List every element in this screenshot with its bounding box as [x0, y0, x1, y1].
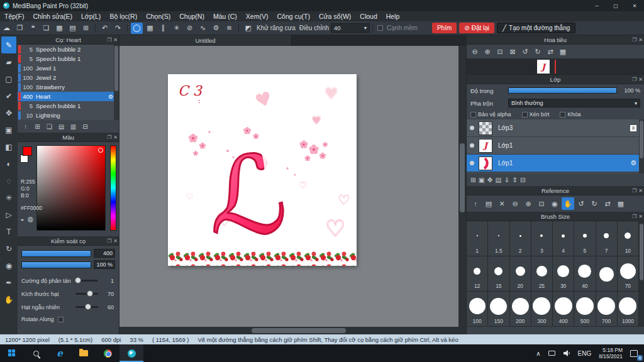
reference-folder-icon[interactable]: ▤ — [482, 197, 495, 210]
canvas-artwork[interactable]: ♥ ♥ ♥ ♡ ♡ ♡ ♡ ♡ — [168, 74, 357, 266]
snap-more-icon[interactable]: ≋ — [223, 23, 235, 34]
brush-folder-icon[interactable]: ▤ — [56, 123, 67, 130]
rotate-cw-icon[interactable]: ↻ — [532, 46, 543, 57]
visibility-icon[interactable] — [470, 126, 474, 130]
brush-item[interactable]: 5 Speech bubble 2 — [18, 45, 119, 54]
snap-curve-icon[interactable]: ∿ — [197, 23, 209, 34]
palette-icon[interactable]: ◍ — [28, 215, 34, 223]
close-icon[interactable]: ✕ — [638, 214, 643, 219]
brush-size-cell[interactable]: 2 — [510, 221, 531, 256]
brush-size-cell[interactable]: 70 — [618, 256, 639, 292]
brush-size-cell[interactable]: 400 — [553, 292, 574, 327]
opacity-slider[interactable] — [508, 87, 617, 94]
brush-size-cell[interactable]: 1 — [467, 221, 488, 256]
vertical-scrollbar[interactable] — [458, 46, 466, 327]
zoom-in-icon[interactable]: ⊕ — [482, 46, 493, 57]
layer-row[interactable]: J Lớp1 — [467, 137, 644, 155]
brush-up-icon[interactable]: ↑ — [20, 123, 31, 130]
move-layer-icon[interactable]: ✥ — [487, 176, 493, 184]
slider-knob[interactable] — [75, 277, 81, 283]
brush-item[interactable]: 10 Lightning — [18, 111, 119, 120]
close-icon[interactable]: ✕ — [638, 188, 643, 194]
snap-radial-icon[interactable]: ✳ — [170, 23, 182, 34]
text-tool[interactable]: T — [1, 223, 16, 240]
close-icon[interactable]: ✕ — [113, 238, 118, 244]
clear-reference-icon[interactable]: ✕ — [496, 197, 508, 210]
popout-icon[interactable]: ❐ — [632, 77, 636, 82]
brush-size-scrollbar[interactable] — [639, 221, 644, 327]
close-button[interactable]: ✕ — [625, 0, 644, 11]
fill-rect-tool[interactable]: ▣ — [1, 121, 16, 138]
cloud-icon[interactable]: ☁ — [1, 23, 13, 34]
random-slider[interactable] — [75, 306, 98, 308]
rotate-cw-icon[interactable]: ↻ — [588, 197, 601, 210]
brush-size-cell[interactable]: 200 — [510, 292, 531, 327]
brush-size-cell[interactable]: 20 — [510, 256, 531, 292]
grid-icon[interactable]: ▦ — [614, 197, 627, 210]
snap-ellipse-icon[interactable]: ⊘ — [184, 23, 196, 34]
flip-horizontal-icon[interactable]: ⇄ — [545, 46, 556, 57]
select-pen-tool[interactable]: ✔ — [1, 87, 16, 104]
scrollbar-thumb[interactable] — [252, 328, 346, 333]
brush-tool[interactable]: ✎ — [1, 36, 16, 53]
layer-folder-icon[interactable]: ▤ — [496, 176, 502, 184]
scrollbar-thumb[interactable] — [114, 46, 118, 91]
bucket-tool[interactable]: ◧ — [1, 138, 16, 155]
close-icon[interactable]: ✕ — [638, 37, 643, 43]
menu-tools[interactable]: Công cụ(T) — [272, 13, 314, 20]
brush-size-cell[interactable]: 5 — [574, 221, 596, 256]
page-icon[interactable]: ❏ — [40, 23, 52, 34]
brush-size-slider[interactable] — [21, 250, 91, 257]
reset-view-icon[interactable]: ▦ — [557, 46, 569, 57]
particle-size-slider[interactable] — [75, 293, 98, 295]
maximize-button[interactable]: ▢ — [606, 0, 625, 11]
merge-down-icon[interactable]: ⇓ — [504, 176, 509, 184]
menu-color[interactable]: Màu (C) — [209, 13, 242, 20]
lock-checkbox[interactable] — [560, 112, 565, 118]
tray-chevron-up[interactable]: ∧ — [532, 344, 544, 362]
tray-display-button[interactable] — [545, 344, 559, 362]
brush-item[interactable]: 100 Jewel 2 — [18, 73, 119, 82]
gear-icon[interactable]: ⚙ — [108, 94, 113, 100]
brush-size-cell[interactable]: 10 — [618, 221, 639, 256]
brush-folder2-icon[interactable]: ▥ — [68, 123, 79, 130]
clipboard-icon[interactable]: ❐ — [14, 23, 26, 34]
taskbar-medibang-button[interactable] — [119, 344, 143, 362]
grid-icon[interactable]: ▦ — [53, 23, 65, 34]
eyedropper-icon[interactable]: ◉ — [548, 197, 561, 210]
navigator-preview[interactable]: J — [467, 58, 644, 75]
menu-layer[interactable]: Lớp(L) — [77, 13, 105, 20]
gear-icon[interactable]: ⚙ — [630, 159, 636, 167]
snap-settings-gear-icon[interactable]: ⚙ — [210, 23, 222, 34]
scrollbar-thumb[interactable] — [460, 143, 465, 212]
magic-wand-tool[interactable]: ✳ — [1, 189, 16, 206]
menu-view[interactable]: Xem(V) — [242, 13, 273, 20]
taskbar-file-explorer-button[interactable] — [72, 344, 96, 362]
rotate-along-checkbox[interactable] — [58, 317, 64, 322]
slider-knob[interactable] — [87, 290, 93, 297]
clipping-checkbox[interactable] — [522, 112, 528, 118]
key-button[interactable]: Phím — [432, 23, 457, 33]
adjust-dropdown[interactable]: 40 ▾ — [331, 23, 370, 33]
rotate-ccw-icon[interactable]: ↺ — [575, 197, 587, 210]
action-center-button[interactable]: 6 — [626, 344, 644, 362]
fit-view-icon[interactable]: ⊡ — [494, 46, 506, 57]
taskbar-edge-button[interactable]: e — [48, 344, 72, 362]
blend-mode-dropdown[interactable]: Bình thường ▾ — [508, 99, 640, 107]
reorder-layer-icon[interactable]: ⇕ — [512, 176, 518, 184]
snap-grid-icon[interactable]: ▦ — [144, 23, 156, 34]
brush-size-cell[interactable]: 30 — [553, 256, 574, 292]
marquee-select-tool[interactable]: ▢ — [1, 70, 16, 87]
redo-icon[interactable]: ↷ — [112, 23, 124, 34]
hand-tool[interactable]: ✋ — [1, 291, 16, 308]
menu-file[interactable]: Tệp(F) — [0, 13, 29, 20]
brush-size-cell[interactable]: 7 — [596, 221, 618, 256]
canvas-document[interactable]: ♥ ♥ ♥ ♡ ♡ ♡ ♡ ♡ — [168, 74, 357, 266]
brush-item-selected[interactable]: 400 Heart ⚙ — [18, 92, 119, 101]
brush-size-cell[interactable]: 25 — [531, 256, 553, 292]
protect-alpha-checkbox[interactable] — [470, 112, 476, 118]
menu-help[interactable]: Help — [382, 13, 404, 20]
tray-clock[interactable]: 5:18 PM 8/15/2021 — [595, 344, 626, 362]
load-reference-icon[interactable]: ↑ — [469, 197, 482, 210]
add-brush-icon[interactable]: ⊞ — [32, 123, 43, 130]
